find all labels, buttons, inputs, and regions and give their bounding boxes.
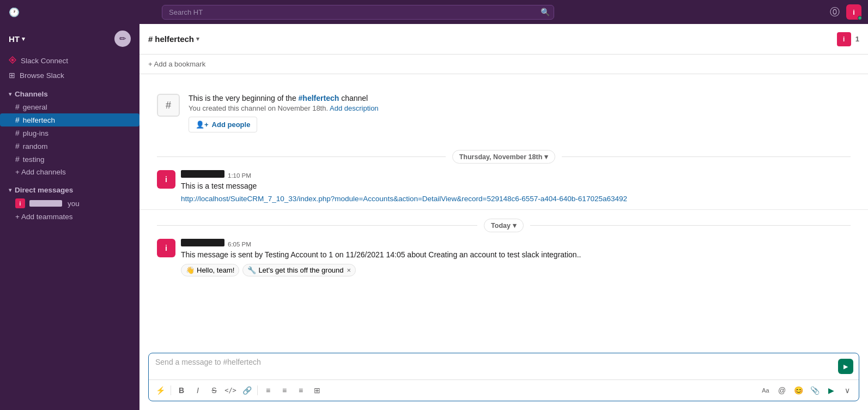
toolbar-lightning-button[interactable]: ⚡ (153, 383, 167, 397)
reaction-label: Let's get this off the ground (258, 266, 343, 274)
message-row: i 6:05 PM This message is sent by Testin… (139, 237, 868, 279)
search-input[interactable] (162, 5, 554, 20)
toolbar-mention-button[interactable]: @ (775, 383, 789, 397)
message-input-toolbar: ⚡ B I S </> 🔗 ≡ ≡ ≡ ⊞ Aa @ 😊 📎 ▶ ∨ (149, 379, 859, 401)
hash-icon: # (15, 155, 20, 164)
toolbar-ul-button[interactable]: ≡ (277, 383, 292, 397)
message-avatar: i (157, 239, 175, 257)
divider-line (157, 225, 477, 226)
toolbar-emoji-button[interactable]: 😊 (791, 383, 805, 397)
message-text: This message is sent by Testing Account … (181, 249, 851, 261)
sidebar-channel-testing[interactable]: # testing (0, 153, 139, 166)
message-input-area: ▶ ⚡ B I S </> 🔗 ≡ ≡ ≡ ⊞ Aa @ 😊 (148, 353, 859, 401)
messages-area[interactable]: # This is the very beginning of the #hel… (139, 74, 868, 348)
message-author-redacted (181, 170, 224, 178)
compose-button[interactable]: ✏ (114, 31, 131, 47)
message-time: 1:10 PM (228, 172, 251, 179)
browse-slack-label: Browse Slack (20, 71, 64, 80)
add-bookmark-label: + Add a bookmark (148, 60, 205, 68)
bookmark-bar: + Add a bookmark (139, 55, 868, 74)
sidebar: HT ▾ ✏ Slack Connect ⊞ Browse Slack ▾ (0, 24, 139, 410)
history-icon[interactable]: 🕐 (7, 7, 22, 17)
channel-title[interactable]: # helfertech ▾ (148, 34, 199, 44)
direct-messages-group-header[interactable]: ▾ Direct messages (0, 178, 139, 196)
channel-label: general (23, 103, 47, 111)
add-person-icon: 👤+ (196, 120, 209, 129)
message-text: This is a test message (181, 180, 851, 192)
today-divider: Today ▾ (139, 214, 868, 237)
channel-member-avatar[interactable]: i (837, 32, 851, 46)
channel-header: # helfertech ▾ i 1 (139, 24, 868, 55)
hash-icon: # (15, 102, 20, 111)
add-channels-label: + Add channels (15, 168, 66, 176)
sidebar-channel-helfertech[interactable]: # helfertech (0, 113, 139, 126)
channel-label: helfertech (23, 116, 55, 124)
send-button-top[interactable]: ▶ (838, 359, 853, 374)
channel-header-right: i 1 (837, 32, 859, 46)
channel-hash: # (148, 34, 153, 44)
toolbar-divider (257, 385, 258, 395)
topbar: 🕐 🔍 ⓪ i (0, 0, 868, 24)
channel-label: plug-ins (23, 129, 48, 137)
dm-author-redacted (29, 200, 62, 207)
message-time: 6:05 PM (228, 241, 251, 248)
message-header: 1:10 PM (181, 170, 851, 179)
toolbar-divider (171, 385, 171, 395)
search-bar: 🔍 (162, 5, 554, 20)
channels-chevron-icon: ▾ (9, 91, 11, 97)
message-link[interactable]: http://localhost/SuiteCRM_7_10_33/index.… (181, 195, 627, 203)
channel-intro: # This is the very beginning of the #hel… (139, 83, 868, 146)
channel-label: testing (23, 155, 45, 164)
user-avatar[interactable]: i (846, 4, 861, 20)
reactions-container: 👋 Hello, team! 🔧 Let's get this off the … (181, 264, 851, 276)
channel-intro-text: This is the very beginning of the #helfe… (189, 94, 379, 132)
today-label[interactable]: Today ▾ (484, 219, 524, 232)
dm-header-label: Direct messages (15, 186, 73, 194)
add-people-button[interactable]: 👤+ Add people (189, 117, 257, 132)
divider-line (562, 156, 851, 157)
channel-link[interactable]: #helfertech (299, 94, 339, 102)
dm-avatar: i (15, 198, 25, 208)
reaction-close-icon[interactable]: × (347, 266, 351, 274)
slack-connect-icon (9, 56, 16, 65)
toolbar-bold-button[interactable]: B (174, 383, 189, 397)
message-author-redacted (181, 239, 224, 246)
add-bookmark-button[interactable]: + Add a bookmark (148, 60, 205, 68)
message-content: 6:05 PM This message is sent by Testing … (181, 239, 851, 276)
reaction-hello-team[interactable]: 👋 Hello, team! (181, 264, 239, 276)
toolbar-send-button[interactable]: ▶ (824, 383, 838, 397)
reaction-label: Hello, team! (197, 266, 234, 274)
toolbar-more-button[interactable]: ∨ (840, 383, 854, 397)
add-channels-button[interactable]: + Add channels (0, 166, 139, 178)
toolbar-italic-button[interactable]: I (191, 383, 205, 397)
channel-area: # helfertech ▾ i 1 + Add a bookmark # (139, 24, 868, 410)
help-icon[interactable]: ⓪ (830, 5, 840, 19)
message-link-container: http://localhost/SuiteCRM_7_10_33/index.… (181, 194, 851, 203)
message-input[interactable] (155, 358, 852, 366)
add-teammates-button[interactable]: + Add teammates (0, 210, 139, 223)
sidebar-channel-plug-ins[interactable]: # plug-ins (0, 126, 139, 140)
section-divider (139, 209, 868, 210)
toolbar-text-size-button[interactable]: Aa (758, 383, 773, 397)
toolbar-attach-button[interactable]: 📎 (808, 383, 822, 397)
reaction-lets-go[interactable]: 🔧 Let's get this off the ground × (242, 264, 356, 276)
add-description-link[interactable]: Add description (330, 104, 379, 112)
sidebar-item-browse-slack[interactable]: ⊞ Browse Slack (0, 68, 139, 82)
sidebar-channel-general[interactable]: # general (0, 100, 139, 113)
sidebar-item-slack-connect[interactable]: Slack Connect (0, 53, 139, 68)
toolbar-code-button[interactable]: </> (223, 383, 238, 397)
browse-slack-icon: ⊞ (9, 71, 15, 80)
channels-group-header[interactable]: ▾ Channels (0, 82, 139, 100)
toolbar-indent-button[interactable]: ≡ (294, 383, 308, 397)
workspace-header[interactable]: HT ▾ ✏ (0, 24, 139, 53)
toolbar-link-button[interactable]: 🔗 (240, 383, 254, 397)
topbar-right: ⓪ i (830, 4, 861, 20)
toolbar-strikethrough-button[interactable]: S (207, 383, 221, 397)
message-content: 1:10 PM This is a test message http://lo… (181, 170, 851, 203)
dm-item-you[interactable]: i you (0, 196, 139, 210)
toolbar-blockquote-button[interactable]: ⊞ (310, 383, 324, 397)
channels-header-label: Channels (15, 90, 48, 98)
thursday-label[interactable]: Thursday, November 18th ▾ (452, 150, 556, 164)
toolbar-ol-button[interactable]: ≡ (261, 383, 275, 397)
sidebar-channel-random[interactable]: # random (0, 140, 139, 153)
